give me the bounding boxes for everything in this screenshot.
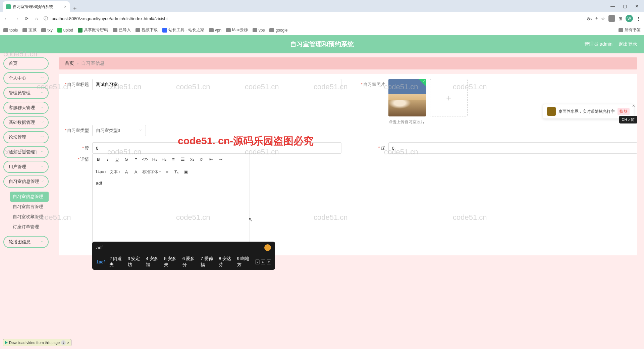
font-color-icon[interactable]: A	[123, 169, 129, 175]
ime-candidate[interactable]: 6 爱多分	[182, 256, 196, 268]
uploaded-image[interactable]: ✓	[388, 79, 426, 116]
list-ul-icon[interactable]: ☰	[180, 156, 186, 162]
maximize-icon[interactable]: ▢	[623, 4, 627, 9]
ime-candidate[interactable]: 5 安多夫	[164, 256, 177, 268]
superscript-icon[interactable]: x²	[199, 156, 205, 162]
sidebar-personal[interactable]: 个人中心﹀	[3, 72, 49, 84]
home-icon[interactable]: ⌂	[34, 15, 40, 21]
dislike-input[interactable]	[388, 142, 638, 154]
title-input[interactable]	[92, 79, 341, 90]
ime-expand-icon[interactable]: ▾	[267, 259, 271, 264]
font-family-select[interactable]: 标准字体▾	[142, 169, 161, 175]
ime-next-icon[interactable]: ▸	[261, 259, 265, 264]
extensions-menu-icon[interactable]: ⊞	[619, 16, 622, 21]
sub-room-info[interactable]: 自习室信息管理	[10, 192, 49, 202]
sidebar-basedata[interactable]: 基础数据管理﹀	[3, 116, 49, 129]
sidebar-studyroom[interactable]: 自习室信息管理﹀	[3, 176, 49, 188]
praise-input[interactable]	[92, 142, 341, 154]
bookmark-item[interactable]: tools	[3, 28, 18, 33]
logout-button[interactable]: 退出登录	[619, 41, 637, 47]
sidebar-notice[interactable]: 通知公告管理﹀	[3, 146, 49, 158]
image-icon[interactable]: ▣	[183, 169, 189, 175]
bookmark-item[interactable]: vps	[253, 28, 265, 33]
crumb-home[interactable]: 首页	[65, 60, 74, 66]
new-tab-button[interactable]: +	[70, 5, 80, 12]
add-image-button[interactable]: ＋	[430, 79, 468, 116]
align-icon[interactable]: ≡	[164, 169, 170, 175]
ime-status-badge[interactable]: CH ♪ 简	[619, 116, 638, 123]
quote-icon[interactable]: ❝	[133, 156, 139, 162]
indent-icon[interactable]: ⇤	[208, 156, 214, 162]
type-select[interactable]: 自习室类型3﹀	[92, 125, 146, 136]
ime-candidate[interactable]: 4 安多福	[146, 256, 159, 268]
reload-icon[interactable]: ⟳	[23, 15, 30, 21]
sidebar-forum[interactable]: 论坛管理﹀	[3, 131, 49, 143]
underline-icon[interactable]: U	[114, 156, 120, 162]
bookmark-item[interactable]: uplod	[57, 28, 73, 33]
ime-candidate[interactable]: 7 爱德福	[201, 256, 214, 268]
strike-icon[interactable]: S	[123, 156, 129, 162]
ime-candidates: 1adf 2 阿道夫 3 安定坊 4 安多福 5 安多夫 6 爱多分 7 爱德福…	[92, 254, 275, 270]
italic-icon[interactable]: I	[105, 156, 111, 162]
sidebar-home[interactable]: 首页	[3, 57, 49, 69]
minimize-icon[interactable]: —	[610, 4, 615, 9]
bookmark-item[interactable]: 宝藏	[22, 27, 37, 33]
code-icon[interactable]: </>	[142, 156, 148, 162]
bookmark-star-icon[interactable]: ☆	[601, 16, 605, 21]
extension-icon[interactable]	[608, 15, 615, 22]
user-label[interactable]: 管理员 admin	[584, 41, 612, 47]
chevron-down-icon: ﹀	[139, 128, 142, 133]
ime-candidate[interactable]: 2 阿道夫	[109, 256, 123, 268]
bookmark-item[interactable]: Max云梯	[226, 27, 248, 33]
site-info-icon[interactable]: ⓘ	[44, 15, 48, 21]
format-select[interactable]: 文本▾	[110, 169, 120, 175]
list-ol-icon[interactable]: ≡	[170, 156, 176, 162]
profile-avatar[interactable]: W	[626, 15, 633, 22]
bg-color-icon[interactable]: A	[133, 169, 139, 175]
form-area: *自习室标题 *自习室照片 ✓ ＋ 点击上传自习室照片 *自习室类型	[59, 74, 637, 255]
sub-room-order[interactable]: 订座订单管理	[10, 222, 49, 232]
notify-close-icon[interactable]: ×	[632, 103, 635, 108]
bold-icon[interactable]: B	[95, 156, 101, 162]
bookmark-item[interactable]: vpn	[209, 28, 221, 33]
browser-tab[interactable]: 自习室管理和预约系统 ×	[3, 1, 70, 12]
bookmark-item[interactable]: txy	[41, 28, 52, 33]
outdent-icon[interactable]: ⇥	[217, 156, 223, 162]
ime-candidate[interactable]: 8 安达芬	[219, 256, 232, 268]
url-box[interactable]: ⓘ localhost:8080/zxsguanliyuyue/admin/di…	[44, 15, 583, 21]
ime-candidate[interactable]: 1adf	[96, 259, 105, 264]
subscript-icon[interactable]: x₂	[189, 156, 195, 162]
clear-format-icon[interactable]: Tₓ	[173, 169, 179, 175]
back-icon[interactable]: ←	[3, 15, 9, 21]
close-window-icon[interactable]: ✕	[635, 4, 639, 9]
sidebar-user[interactable]: 用户管理﹀	[3, 161, 49, 173]
download-video-bar[interactable]: Download video from this page 2 ×	[3, 339, 71, 346]
password-icon[interactable]: ⊙ᵥ	[587, 16, 592, 21]
ime-candidate[interactable]: 3 安定坊	[128, 256, 141, 268]
font-size-select[interactable]: 14px▾	[95, 169, 106, 174]
sidebar-chat[interactable]: 客服聊天管理﹀	[3, 102, 49, 114]
chrome-menu-icon[interactable]: ⋮	[636, 16, 641, 21]
bookmark-item[interactable]: google	[269, 28, 287, 33]
sidebar-carousel[interactable]: 轮播图信息﹀	[3, 236, 49, 248]
play-icon	[5, 341, 8, 344]
download-close-icon[interactable]: ×	[67, 341, 69, 345]
bookmark-item[interactable]: 共享账号密码	[78, 27, 108, 33]
all-bookmarks[interactable]: 所有书签	[619, 27, 641, 33]
h2-icon[interactable]: H₂	[161, 156, 167, 162]
forward-icon[interactable]: →	[13, 15, 19, 21]
bookmark-item[interactable]: 视频下载	[136, 27, 158, 33]
bookmark-item[interactable]: 已导入	[113, 27, 131, 33]
emoji-icon[interactable]	[264, 244, 271, 251]
ime-prev-icon[interactable]: ◂	[255, 259, 260, 264]
translate-icon[interactable]: ⌖	[595, 16, 598, 21]
editor-content[interactable]: adf	[93, 177, 250, 244]
h1-icon[interactable]: H₁	[152, 156, 158, 162]
tab-close-icon[interactable]: ×	[64, 4, 66, 9]
sub-room-msg[interactable]: 自习室留言管理	[10, 202, 49, 212]
sidebar-admin[interactable]: 管理员管理﹀	[3, 87, 49, 99]
notify-action-button[interactable]: 换肤	[618, 108, 630, 115]
bookmark-item[interactable]: 站长工具 - 站长之家	[162, 27, 204, 33]
sub-room-fav[interactable]: 自习室收藏管理	[10, 212, 49, 222]
ime-candidate[interactable]: 9 啊地方	[237, 256, 251, 268]
